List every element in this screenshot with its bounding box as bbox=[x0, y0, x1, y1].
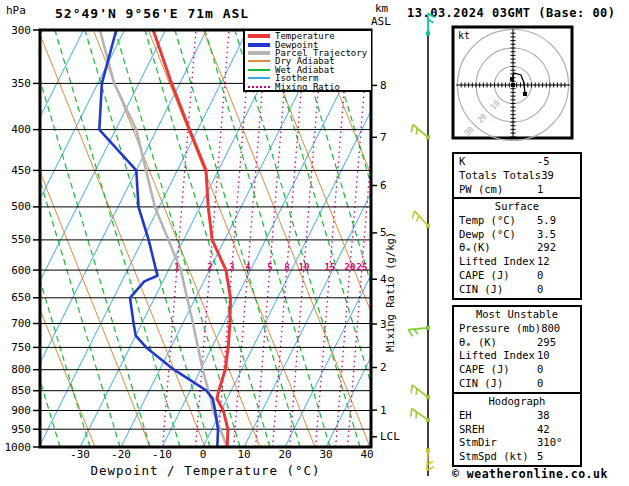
row-label: Temp (°C) bbox=[459, 214, 537, 228]
svg-text:500: 500 bbox=[11, 200, 31, 213]
legend: TemperatureDewpointParcel TrajectoryDry … bbox=[243, 31, 371, 92]
wind-barb bbox=[411, 125, 430, 140]
svg-text:2: 2 bbox=[380, 361, 387, 374]
hodograph: 102030 bbox=[453, 27, 572, 141]
temperature-tick-labels: -30-20-10010203040 bbox=[70, 448, 374, 461]
temperature-axis-label: Dewpoint / Temperature (°C) bbox=[40, 463, 371, 478]
row-value: 3.5 bbox=[537, 228, 575, 242]
row-label: Totals Totals bbox=[459, 169, 541, 183]
dewpoint-curve bbox=[99, 30, 218, 447]
wind-barb bbox=[411, 409, 430, 423]
table-row: θₑ (K)295 bbox=[454, 336, 580, 350]
row-value: 0 bbox=[537, 363, 575, 377]
svg-text:750: 750 bbox=[11, 341, 31, 354]
wind-barb bbox=[426, 13, 435, 35]
table-title: Hodograph bbox=[454, 395, 580, 409]
legend-item: Mixing Ratio bbox=[245, 82, 371, 90]
mixing-ratio-axis-label: Mixing Ratio (g/kg) bbox=[384, 232, 396, 352]
table-row: Dewp (°C)3.5 bbox=[454, 228, 580, 242]
table-row: CIN (J)0 bbox=[454, 283, 580, 297]
legend-item-label: Isotherm bbox=[275, 74, 318, 82]
row-value: 800 bbox=[541, 322, 575, 336]
credit-footer: © weatheronline.co.uk bbox=[452, 467, 608, 481]
svg-text:4: 4 bbox=[245, 262, 251, 272]
legend-item-label: Mixing Ratio bbox=[275, 83, 340, 91]
row-value: 1 bbox=[537, 183, 575, 197]
hodograph-table: Hodograph EH38 SREH42 StmDir310° StmSpd … bbox=[452, 392, 582, 467]
row-label: EH bbox=[459, 409, 537, 423]
row-value: 0 bbox=[537, 269, 575, 283]
row-value: 10 bbox=[537, 349, 575, 363]
table-row: Totals Totals39 bbox=[454, 169, 580, 183]
svg-text:30: 30 bbox=[319, 448, 332, 461]
row-label: SREH bbox=[459, 423, 537, 437]
wind-barb bbox=[411, 385, 430, 399]
table-row: θₑ(K)292 bbox=[454, 241, 580, 255]
row-value: 5 bbox=[537, 450, 575, 464]
table-title: Surface bbox=[454, 200, 580, 214]
wind-barb-column bbox=[408, 13, 435, 476]
row-label: StmDir bbox=[459, 436, 537, 450]
dewpoint-line-swatch bbox=[248, 43, 270, 47]
svg-text:10: 10 bbox=[299, 262, 310, 272]
svg-text:5: 5 bbox=[267, 262, 272, 272]
svg-text:3: 3 bbox=[229, 262, 234, 272]
svg-text:20: 20 bbox=[345, 262, 356, 272]
row-label: Dewp (°C) bbox=[459, 228, 537, 242]
svg-text:-30: -30 bbox=[70, 448, 90, 461]
table-row: EH38 bbox=[454, 409, 580, 423]
table-row: PW (cm)1 bbox=[454, 183, 580, 197]
svg-text:10: 10 bbox=[237, 448, 250, 461]
table-row: K-5 bbox=[454, 155, 580, 169]
table-row: Lifted Index12 bbox=[454, 255, 580, 269]
table-row: StmDir310° bbox=[454, 436, 580, 450]
row-value: 38 bbox=[537, 409, 575, 423]
svg-text:6: 6 bbox=[380, 179, 387, 192]
table-row: Temp (°C)5.9 bbox=[454, 214, 580, 228]
dry-adiabat-line-swatch bbox=[248, 60, 270, 62]
parcel-trajectory-line-swatch bbox=[248, 51, 270, 55]
indices-table: K-5 Totals Totals39 PW (cm)1 bbox=[452, 152, 582, 199]
isotherm-line-swatch bbox=[248, 77, 270, 79]
svg-text:450: 450 bbox=[11, 164, 31, 177]
row-value: 39 bbox=[541, 169, 575, 183]
svg-text:550: 550 bbox=[11, 233, 31, 246]
skewt-app: hPa 52°49'N 9°56'E 71m ASL km ASL 13.03.… bbox=[0, 0, 629, 486]
row-value: 5.9 bbox=[537, 214, 575, 228]
row-label: CAPE (J) bbox=[459, 363, 537, 377]
svg-text:900: 900 bbox=[11, 404, 31, 417]
svg-text:LCL: LCL bbox=[380, 430, 400, 443]
row-value: 295 bbox=[537, 336, 575, 350]
row-label: StmSpd (kt) bbox=[459, 450, 537, 464]
row-label: CIN (J) bbox=[459, 283, 537, 297]
svg-text:20: 20 bbox=[278, 448, 291, 461]
temperature-line-swatch bbox=[248, 34, 270, 38]
row-value: 292 bbox=[537, 241, 575, 255]
svg-text:800: 800 bbox=[11, 363, 31, 376]
svg-text:950: 950 bbox=[11, 423, 31, 436]
row-label: CIN (J) bbox=[459, 377, 537, 391]
table-row: SREH42 bbox=[454, 423, 580, 437]
hodograph-unit-label: kt bbox=[458, 30, 470, 41]
svg-text:400: 400 bbox=[11, 123, 31, 136]
svg-text:8: 8 bbox=[284, 262, 289, 272]
svg-text:0: 0 bbox=[200, 448, 207, 461]
row-label: CAPE (J) bbox=[459, 269, 537, 283]
most-unstable-table: Most Unstable Pressure (mb)800 θₑ (K)295… bbox=[452, 305, 582, 394]
wind-barb bbox=[408, 326, 430, 336]
svg-text:350: 350 bbox=[11, 77, 31, 90]
row-value: 12 bbox=[537, 255, 575, 269]
pressure-tick-labels: 3003504004505005506006507007508008509009… bbox=[5, 24, 40, 454]
row-value: 310° bbox=[537, 436, 575, 450]
table-title: Most Unstable bbox=[454, 308, 580, 322]
svg-text:15: 15 bbox=[325, 262, 336, 272]
hodograph-marker bbox=[523, 92, 527, 96]
row-label: PW (cm) bbox=[459, 183, 537, 197]
svg-text:1: 1 bbox=[174, 262, 179, 272]
wind-barb bbox=[426, 448, 434, 470]
svg-text:850: 850 bbox=[11, 384, 31, 397]
row-value: 42 bbox=[537, 423, 575, 437]
svg-text:650: 650 bbox=[11, 291, 31, 304]
svg-text:2: 2 bbox=[207, 262, 212, 272]
table-row: CIN (J)0 bbox=[454, 377, 580, 391]
